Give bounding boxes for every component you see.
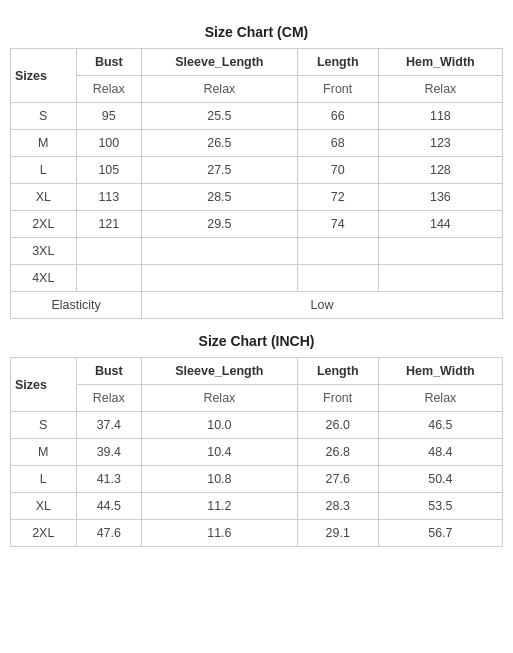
hem-cell: 56.7 xyxy=(378,520,502,547)
sleeve-cell: 25.5 xyxy=(142,103,298,130)
size-cell: S xyxy=(11,412,77,439)
hem-cell: 144 xyxy=(378,211,502,238)
size-cell: M xyxy=(11,130,77,157)
table-row: XL 44.5 11.2 28.3 53.5 xyxy=(11,493,503,520)
cm-table-title: Size Chart (CM) xyxy=(10,24,503,40)
table-row: L 41.3 10.8 27.6 50.4 xyxy=(11,466,503,493)
hem-cell: 136 xyxy=(378,184,502,211)
sleeve-cell: 10.0 xyxy=(142,412,298,439)
table-row: 3XL xyxy=(11,238,503,265)
inch-length-header: Length xyxy=(297,358,378,385)
hem-cell: 123 xyxy=(378,130,502,157)
bust-cell: 37.4 xyxy=(76,412,142,439)
inch-sizes-header: Sizes xyxy=(11,358,77,412)
bust-cell: 100 xyxy=(76,130,142,157)
sleeve-cell xyxy=(142,238,298,265)
cm-length-header: Length xyxy=(297,49,378,76)
hem-cell xyxy=(378,265,502,292)
size-cell: 2XL xyxy=(11,520,77,547)
cm-table-body: S 95 25.5 66 118 M 100 26.5 68 123 L 105… xyxy=(11,103,503,319)
length-cell: 74 xyxy=(297,211,378,238)
sleeve-cell: 27.5 xyxy=(142,157,298,184)
size-cell: L xyxy=(11,466,77,493)
bust-cell: 95 xyxy=(76,103,142,130)
bust-cell xyxy=(76,265,142,292)
table-row: S 95 25.5 66 118 xyxy=(11,103,503,130)
cm-bust-sub: Relax xyxy=(76,76,142,103)
table-row: S 37.4 10.0 26.0 46.5 xyxy=(11,412,503,439)
size-cell: 2XL xyxy=(11,211,77,238)
inch-sleeve-header: Sleeve_Length xyxy=(142,358,298,385)
length-cell: 29.1 xyxy=(297,520,378,547)
hem-cell xyxy=(378,238,502,265)
inch-bust-sub: Relax xyxy=(76,385,142,412)
inch-sleeve-sub: Relax xyxy=(142,385,298,412)
hem-cell: 46.5 xyxy=(378,412,502,439)
table-row: L 105 27.5 70 128 xyxy=(11,157,503,184)
inch-table-title: Size Chart (INCH) xyxy=(10,333,503,349)
bust-cell: 44.5 xyxy=(76,493,142,520)
cm-hem-sub: Relax xyxy=(378,76,502,103)
length-cell: 66 xyxy=(297,103,378,130)
size-cell: 3XL xyxy=(11,238,77,265)
inch-header-sub-row: Relax Relax Front Relax xyxy=(11,385,503,412)
hem-cell: 50.4 xyxy=(378,466,502,493)
hem-cell: 53.5 xyxy=(378,493,502,520)
bust-cell: 105 xyxy=(76,157,142,184)
length-cell: 70 xyxy=(297,157,378,184)
sleeve-cell: 11.6 xyxy=(142,520,298,547)
length-cell: 26.0 xyxy=(297,412,378,439)
size-cell: XL xyxy=(11,493,77,520)
inch-section: Size Chart (INCH) Sizes Bust Sleeve_Leng… xyxy=(10,333,503,547)
bust-cell: 47.6 xyxy=(76,520,142,547)
size-cell: L xyxy=(11,157,77,184)
sleeve-cell: 28.5 xyxy=(142,184,298,211)
table-row: 2XL 121 29.5 74 144 xyxy=(11,211,503,238)
inch-header-main-row: Sizes Bust Sleeve_Length Length Hem_Widt… xyxy=(11,358,503,385)
bust-cell: 41.3 xyxy=(76,466,142,493)
sleeve-cell: 29.5 xyxy=(142,211,298,238)
size-cell: XL xyxy=(11,184,77,211)
length-cell: 28.3 xyxy=(297,493,378,520)
inch-hem-header: Hem_Width xyxy=(378,358,502,385)
length-cell xyxy=(297,238,378,265)
bust-cell: 113 xyxy=(76,184,142,211)
inch-table-body: S 37.4 10.0 26.0 46.5 M 39.4 10.4 26.8 4… xyxy=(11,412,503,547)
length-cell: 27.6 xyxy=(297,466,378,493)
cm-hem-header: Hem_Width xyxy=(378,49,502,76)
inch-length-sub: Front xyxy=(297,385,378,412)
hem-cell: 118 xyxy=(378,103,502,130)
table-row: M 39.4 10.4 26.8 48.4 xyxy=(11,439,503,466)
elasticity-row: Elasticity Low xyxy=(11,292,503,319)
cm-header-sub-row: Relax Relax Front Relax xyxy=(11,76,503,103)
cm-sleeve-sub: Relax xyxy=(142,76,298,103)
cm-header-main-row: Sizes Bust Sleeve_Length Length Hem_Widt… xyxy=(11,49,503,76)
elasticity-value: Low xyxy=(142,292,503,319)
bust-cell xyxy=(76,238,142,265)
cm-section: Size Chart (CM) Sizes Bust Sleeve_Length… xyxy=(10,24,503,319)
table-row: 2XL 47.6 11.6 29.1 56.7 xyxy=(11,520,503,547)
inch-hem-sub: Relax xyxy=(378,385,502,412)
sleeve-cell xyxy=(142,265,298,292)
length-cell: 72 xyxy=(297,184,378,211)
table-row: 4XL xyxy=(11,265,503,292)
sleeve-cell: 11.2 xyxy=(142,493,298,520)
hem-cell: 128 xyxy=(378,157,502,184)
elasticity-label: Elasticity xyxy=(11,292,142,319)
length-cell xyxy=(297,265,378,292)
cm-size-table: Sizes Bust Sleeve_Length Length Hem_Widt… xyxy=(10,48,503,319)
table-row: M 100 26.5 68 123 xyxy=(11,130,503,157)
bust-cell: 121 xyxy=(76,211,142,238)
cm-bust-header: Bust xyxy=(76,49,142,76)
table-row: XL 113 28.5 72 136 xyxy=(11,184,503,211)
length-cell: 26.8 xyxy=(297,439,378,466)
size-cell: 4XL xyxy=(11,265,77,292)
size-cell: S xyxy=(11,103,77,130)
size-cell: M xyxy=(11,439,77,466)
inch-bust-header: Bust xyxy=(76,358,142,385)
length-cell: 68 xyxy=(297,130,378,157)
sleeve-cell: 10.4 xyxy=(142,439,298,466)
cm-length-sub: Front xyxy=(297,76,378,103)
bust-cell: 39.4 xyxy=(76,439,142,466)
hem-cell: 48.4 xyxy=(378,439,502,466)
